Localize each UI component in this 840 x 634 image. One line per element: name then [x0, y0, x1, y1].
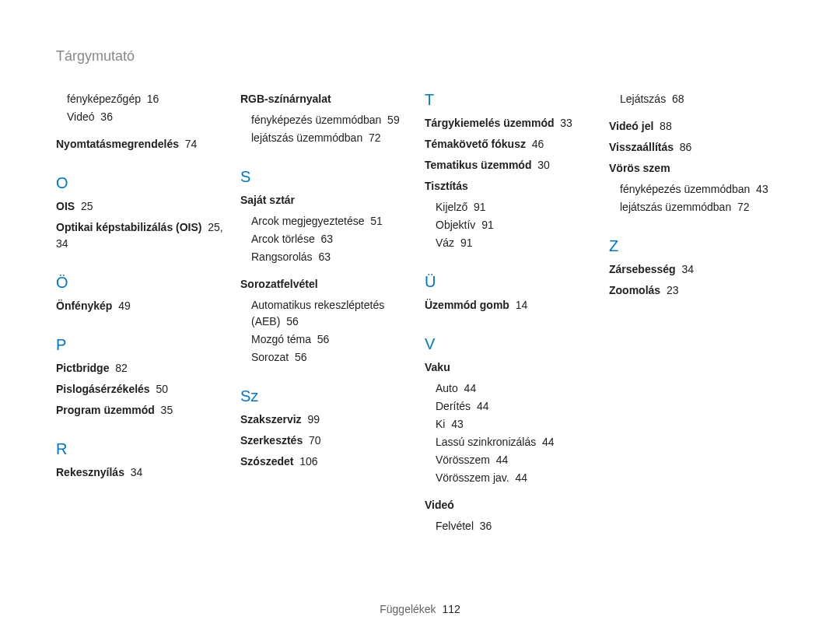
index-subentry: Rangsorolás 63 — [251, 249, 415, 265]
index-column: fényképezőgép 16 Videó 36 Nyomtatásmegre… — [56, 91, 231, 536]
index-entry: Szakszerviz 99 — [240, 412, 415, 428]
index-entry: Zoomolás 23 — [609, 282, 784, 299]
index-entry: RGB-színárnyalat — [240, 91, 415, 107]
index-letter: P — [56, 336, 231, 354]
index-subentry: Arcok megjegyeztetése 51 — [251, 213, 415, 229]
index-letter: Ö — [56, 274, 231, 292]
index-letter: Ü — [425, 273, 600, 291]
index-entry: Tárgykiemelés üzemmód 33 — [425, 115, 600, 131]
index-subentry: Auto 44 — [436, 380, 600, 397]
index-column: RGB-színárnyalat fényképezés üzemmódban … — [240, 91, 415, 536]
index-entry: Saját sztár — [240, 192, 415, 208]
index-subentry: Derítés 44 — [436, 398, 600, 415]
index-entry: Vörös szem — [609, 160, 784, 177]
index-entry: Önfénykép 49 — [56, 298, 231, 314]
index-subentry: Vörösszem 44 — [436, 452, 600, 468]
index-columns: fényképezőgép 16 Videó 36 Nyomtatásmegre… — [56, 91, 784, 536]
index-entry: Pictbridge 82 — [56, 360, 231, 377]
index-subentry: fényképezőgép 16 — [67, 91, 231, 107]
index-letter: R — [56, 440, 231, 458]
index-letter: O — [56, 174, 231, 192]
index-letter: V — [425, 335, 600, 353]
index-letter: S — [240, 168, 415, 186]
index-subentry: lejátszás üzemmódban 72 — [620, 199, 784, 215]
index-entry: Tematikus üzemmód 30 — [425, 157, 600, 173]
index-subentry: Kijelző 91 — [436, 199, 600, 215]
index-subentry: lejátszás üzemmódban 72 — [251, 130, 415, 146]
index-subentry: Mozgó téma 56 — [251, 331, 415, 348]
index-subentry: Felvétel 36 — [436, 518, 600, 534]
page-title: Tárgymutató — [56, 48, 784, 65]
index-entry: Program üzemmód 35 — [56, 402, 231, 419]
index-entry: Vaku — [425, 359, 600, 376]
index-subentry: Arcok törlése 63 — [251, 231, 415, 247]
page-footer: Függelékek 112 — [0, 603, 840, 615]
index-subentry: fényképezés üzemmódban 59 — [251, 112, 415, 128]
index-column: T Tárgykiemelés üzemmód 33 Témakövető fó… — [425, 91, 600, 536]
index-subentry: Objektív 91 — [436, 217, 600, 233]
index-entry: OIS 25 — [56, 198, 231, 215]
index-entry: Optikai képstabilizálás (OIS) 25, 34 — [56, 219, 231, 252]
index-entry: Tisztítás — [425, 178, 600, 194]
index-entry: Pislogásérzékelés 50 — [56, 381, 231, 398]
index-entry: Videó — [425, 497, 600, 513]
index-entry: Visszaállítás 86 — [609, 139, 784, 156]
index-subentry: Vörösszem jav. 44 — [436, 470, 600, 486]
index-entry: Szerkesztés 70 — [240, 433, 415, 449]
index-subentry: Automatikus rekeszléptetés (AEB) 56 — [251, 297, 415, 330]
index-subentry: Videó 36 — [67, 109, 231, 125]
index-letter: Sz — [240, 387, 415, 405]
index-entry: Sorozatfelvétel — [240, 276, 415, 292]
index-subentry: Lassú szinkronizálás 44 — [436, 434, 600, 450]
index-entry: Témakövető fókusz 46 — [425, 136, 600, 152]
index-letter: T — [425, 91, 600, 109]
index-subentry: Sorozat 56 — [251, 349, 415, 366]
index-letter: Z — [609, 237, 784, 255]
index-entry: Zársebesség 34 — [609, 261, 784, 278]
index-subentry: Lejátszás 68 — [620, 91, 784, 107]
index-entry: Üzemmód gomb 14 — [425, 297, 600, 313]
index-entry: Szószedet 106 — [240, 454, 415, 470]
index-subentry: Váz 91 — [436, 235, 600, 251]
index-subentry: Ki 43 — [436, 416, 600, 433]
index-column: Lejátszás 68 Videó jel 88 Visszaállítás … — [609, 91, 784, 536]
index-subentry: fényképezés üzemmódban 43 — [620, 181, 784, 198]
index-entry: Nyomtatásmegrendelés 74 — [56, 136, 231, 152]
index-entry: Rekesznyílás 34 — [56, 464, 231, 481]
index-entry: Videó jel 88 — [609, 118, 784, 135]
